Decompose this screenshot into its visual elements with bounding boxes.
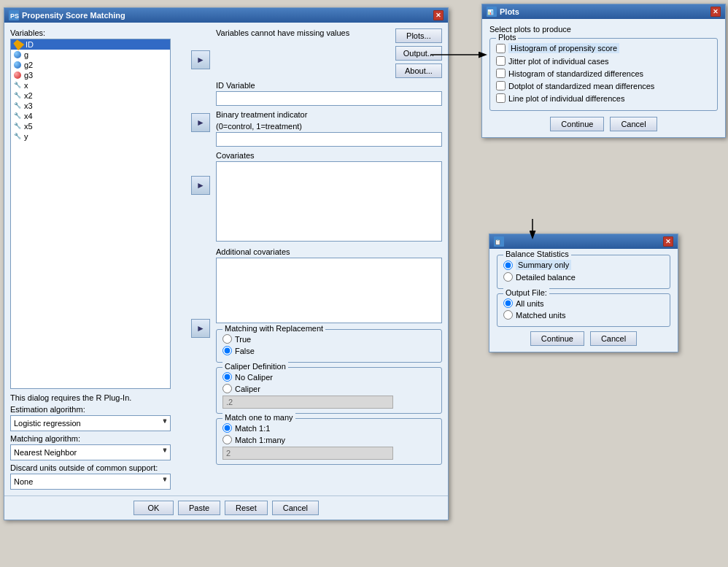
detailed-balance-row: Detailed balance (503, 272, 664, 282)
match-one-many-label: Match one to many (222, 413, 295, 422)
move-to-id-button[interactable]: ► (191, 50, 210, 69)
output-file-label: Output File: (503, 288, 549, 297)
replacement-true-label[interactable]: True (235, 335, 251, 344)
match-11-label[interactable]: Match 1:1 (235, 424, 270, 433)
main-title-bar: PS Propensity Score Matching ✕ (4, 8, 448, 23)
caliper-label-text[interactable]: Caliper (235, 385, 260, 393)
match-many-value-input[interactable] (222, 447, 393, 460)
ball-icon (14, 51, 21, 58)
id-variable-input[interactable] (216, 91, 442, 106)
no-caliper-radio[interactable] (222, 372, 232, 382)
estimation-select[interactable]: Logistic regression (10, 415, 171, 431)
histogram-std-checkbox[interactable] (496, 69, 506, 78)
action-buttons: Plots... Output... About... (395, 28, 442, 78)
svg-text:PS: PS (10, 12, 19, 20)
detailed-balance-radio[interactable] (503, 272, 513, 282)
matching-label: Matching algorithm: (10, 434, 185, 443)
bottom-buttons: OK Paste Reset Cancel (4, 495, 448, 520)
covariates-input[interactable] (216, 161, 442, 242)
dotplot-label: Dotplot of standardized mean differences (508, 82, 654, 90)
list-item[interactable]: 🔧 x5 (11, 121, 170, 131)
main-close-button[interactable]: ✕ (433, 10, 444, 20)
main-dialog: PS Propensity Score Matching ✕ Variables… (4, 7, 449, 520)
binary-treatment-input[interactable] (216, 132, 442, 147)
plots-dialog: 📊 Plots ✕ Select plots to produce Plots … (481, 4, 726, 138)
caliper-radio[interactable] (222, 384, 232, 393)
caliper-label: Caliper Definition (222, 362, 288, 371)
plots-continue-button[interactable]: Continue (550, 117, 604, 131)
match-11-radio[interactable] (222, 423, 232, 433)
binary-treatment-label: Binary treatment indicator (216, 110, 442, 119)
list-item[interactable]: 🔧 y (11, 131, 170, 142)
replacement-false-radio[interactable] (222, 346, 232, 355)
summary-only-radio[interactable] (503, 261, 513, 270)
balance-cancel-button[interactable]: Cancel (590, 331, 637, 346)
match-1many-label[interactable]: Match 1:many (235, 436, 285, 444)
move-to-covariates-button[interactable]: ► (191, 176, 210, 195)
ball-icon-red (14, 72, 21, 79)
histogram-propensity-label: Histogram of propensity score (508, 43, 619, 53)
dotplot-checkbox[interactable] (496, 81, 506, 90)
id-variable-group: ID Variable (216, 81, 442, 106)
list-item[interactable]: 🔧 x4 (11, 111, 170, 121)
balance-content: Balance Statistics Summary only Detailed… (489, 249, 678, 352)
additional-covariates-label: Additional covariates (216, 247, 442, 256)
wrench-icon: 🔧 (14, 112, 21, 120)
balance-dialog-icon: 📋 (494, 236, 504, 247)
about-button[interactable]: About... (395, 63, 442, 78)
variables-list[interactable]: ID g g2 g3 🔧 x � (10, 39, 171, 389)
matched-units-label[interactable]: Matched units (516, 311, 565, 320)
lineplot-checkbox[interactable] (496, 93, 506, 103)
binary-treatment-sublabel: (0=control, 1=treatment) (216, 122, 442, 131)
replacement-true-row: True (222, 334, 435, 344)
additional-covariates-input[interactable] (216, 258, 442, 323)
replacement-false-label[interactable]: False (235, 347, 255, 355)
plots-button[interactable]: Plots... (395, 28, 442, 43)
balance-title-bar: 📋 ✕ (489, 234, 678, 249)
matched-units-radio[interactable] (503, 310, 513, 320)
plots-close-button[interactable]: ✕ (710, 7, 721, 17)
discard-select[interactable]: None (10, 474, 171, 490)
list-item[interactable]: g2 (11, 60, 170, 70)
variables-label: Variables: (10, 28, 185, 37)
histogram-std-label: Histogram of standardized differences (508, 69, 643, 78)
cancel-button[interactable]: Cancel (272, 501, 319, 515)
paste-button[interactable]: Paste (178, 501, 220, 515)
balance-continue-button[interactable]: Continue (530, 331, 584, 346)
list-item[interactable]: ID (11, 39, 170, 50)
replacement-false-row: False (222, 346, 435, 355)
match-11-row: Match 1:1 (222, 423, 435, 433)
list-item[interactable]: 🔧 x (11, 80, 170, 90)
main-content-area: Variables: ID g g2 g3 (4, 23, 448, 495)
balance-close-button[interactable]: ✕ (663, 236, 673, 247)
no-caliper-label[interactable]: No Caliper (235, 373, 273, 382)
plots-cancel-button[interactable]: Cancel (610, 117, 657, 131)
list-item[interactable]: 🔧 x3 (11, 101, 170, 111)
match-1many-radio[interactable] (222, 435, 232, 444)
caliper-row: Caliper (222, 384, 435, 393)
all-units-radio[interactable] (503, 298, 513, 308)
match-1many-row: Match 1:many (222, 435, 435, 444)
list-item[interactable]: g (11, 50, 170, 60)
jitter-plot-checkbox[interactable] (496, 56, 506, 66)
caliper-value-input[interactable] (222, 396, 393, 409)
list-item[interactable]: g3 (11, 70, 170, 80)
detailed-balance-label[interactable]: Detailed balance (516, 273, 576, 282)
matching-replacement-label: Matching with Replacement (222, 324, 325, 333)
summary-only-label[interactable]: Summary only (516, 260, 571, 270)
dialog-icon: PS (9, 10, 19, 20)
jitter-plot-row: Jitter plot of individual cases (496, 56, 711, 66)
binary-treatment-group: Binary treatment indicator (0=control, 1… (216, 110, 442, 147)
output-button[interactable]: Output... (395, 46, 442, 61)
discard-label: Discard units outside of common support: (10, 463, 185, 472)
move-to-additional-button[interactable]: ► (191, 319, 210, 338)
select-plots-label: Select plots to produce (489, 25, 718, 34)
list-item[interactable]: 🔧 x2 (11, 90, 170, 101)
histogram-propensity-checkbox[interactable] (496, 44, 506, 53)
ok-button[interactable]: OK (133, 501, 174, 515)
replacement-true-radio[interactable] (222, 334, 232, 344)
reset-button[interactable]: Reset (225, 501, 268, 515)
matching-select[interactable]: Nearest Neighbor (10, 444, 171, 460)
all-units-label[interactable]: All units (516, 299, 544, 308)
move-to-treatment-button[interactable]: ► (191, 113, 210, 132)
